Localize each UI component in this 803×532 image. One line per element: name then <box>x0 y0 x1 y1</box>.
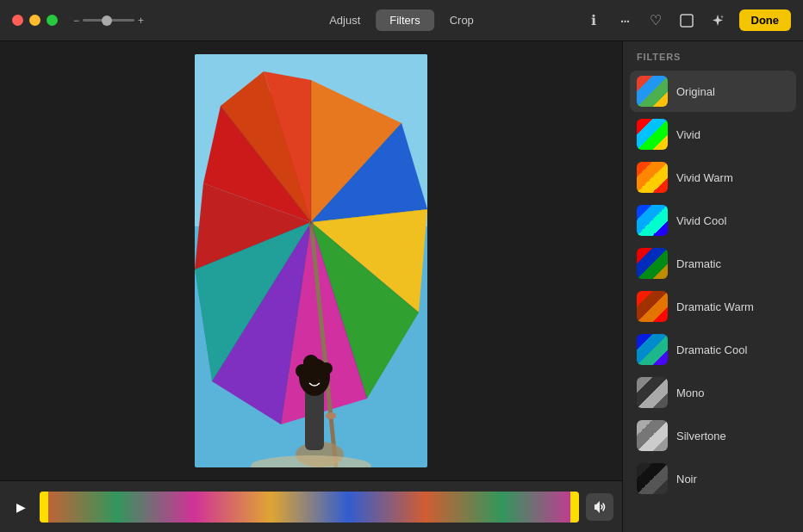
filter-item-vivid-cool[interactable]: Vivid Cool <box>630 200 796 241</box>
maximize-button[interactable] <box>47 15 58 26</box>
magic-button[interactable] <box>708 11 727 30</box>
filter-item-silvertone[interactable]: Silvertone <box>630 415 796 456</box>
filter-name-dramatic-warm: Dramatic Warm <box>676 300 754 313</box>
filters-sidebar: FILTERS Original Vivid Vivid Warm Vivid … <box>622 41 803 532</box>
filter-thumb-original <box>637 76 668 107</box>
photo-frame <box>195 54 427 467</box>
filter-item-noir[interactable]: Noir <box>630 458 796 499</box>
filter-name-silvertone: Silvertone <box>676 430 726 442</box>
filter-thumb-dramatic-cool <box>637 334 668 365</box>
magic-icon <box>710 13 725 28</box>
filter-thumb-vivid <box>637 119 668 150</box>
svg-point-17 <box>321 362 333 374</box>
filter-item-mono[interactable]: Mono <box>630 372 796 413</box>
timeline-handle-right[interactable] <box>570 492 579 523</box>
brightness-max-icon: + <box>138 15 144 27</box>
filter-thumb-dramatic <box>637 248 668 279</box>
filter-item-original[interactable]: Original <box>630 71 796 112</box>
filter-thumb-silvertone <box>637 420 668 451</box>
filter-list: Original Vivid Vivid Warm Vivid Cool Dra… <box>623 71 803 532</box>
photo-viewport <box>0 41 622 480</box>
svg-point-18 <box>303 355 319 370</box>
filter-item-vivid-warm[interactable]: Vivid Warm <box>630 157 796 198</box>
filter-name-dramatic: Dramatic <box>676 257 721 270</box>
brightness-min-icon: − <box>73 15 79 27</box>
more-button[interactable]: ··· <box>615 11 634 30</box>
done-button[interactable]: Done <box>739 9 792 31</box>
filter-thumb-vivid-cool <box>637 205 668 236</box>
filter-item-dramatic-cool[interactable]: Dramatic Cool <box>630 329 796 370</box>
crop-button[interactable]: Crop <box>436 9 488 31</box>
svg-point-19 <box>326 412 336 419</box>
volume-button[interactable] <box>586 493 613 521</box>
adjust-button[interactable]: Adjust <box>315 9 374 31</box>
timeline-handle-left[interactable] <box>40 492 48 523</box>
toolbar-right: ℹ ··· ♡ Done <box>584 9 792 31</box>
info-button[interactable]: ℹ <box>584 11 603 30</box>
filter-name-mono: Mono <box>676 387 705 399</box>
minimize-button[interactable] <box>29 15 40 26</box>
filters-button[interactable]: Filters <box>376 9 433 31</box>
aspect-button[interactable] <box>677 11 696 30</box>
traffic-lights <box>12 15 58 26</box>
titlebar: − + Adjust Filters Crop ℹ ··· ♡ Done <box>0 0 803 41</box>
aspect-icon <box>679 13 694 28</box>
brightness-slider[interactable] <box>83 19 134 22</box>
filter-name-vivid: Vivid <box>676 128 700 141</box>
filter-item-vivid[interactable]: Vivid <box>630 114 796 155</box>
brightness-control: − + <box>73 15 144 27</box>
timeline-frames-fill <box>40 492 579 523</box>
filter-name-noir: Noir <box>676 473 697 486</box>
filter-item-dramatic-warm[interactable]: Dramatic Warm <box>630 286 796 327</box>
main-content: ▶ FILTERS Orig <box>0 41 803 532</box>
filter-thumb-dramatic-warm <box>637 291 668 322</box>
filter-name-original: Original <box>676 85 715 98</box>
filter-name-vivid-cool: Vivid Cool <box>676 214 726 227</box>
play-button[interactable]: ▶ <box>9 495 33 519</box>
filter-item-dramatic[interactable]: Dramatic <box>630 243 796 284</box>
close-button[interactable] <box>12 15 23 26</box>
filter-thumb-noir <box>637 463 668 494</box>
filters-section-title: FILTERS <box>623 52 803 71</box>
toolbar-center: Adjust Filters Crop <box>315 9 488 31</box>
filter-thumb-vivid-warm <box>637 162 668 193</box>
timeline-track[interactable] <box>40 492 579 523</box>
volume-icon <box>592 499 607 515</box>
heart-button[interactable]: ♡ <box>646 11 665 30</box>
timeline-bar: ▶ <box>0 480 622 532</box>
timeline-frames <box>40 492 579 523</box>
brightness-thumb <box>102 15 112 26</box>
filter-thumb-mono <box>637 377 668 408</box>
svg-rect-0 <box>681 15 693 27</box>
photo-area: ▶ <box>0 41 622 532</box>
photo-image <box>195 54 427 467</box>
filter-name-dramatic-cool: Dramatic Cool <box>676 343 747 356</box>
filter-name-vivid-warm: Vivid Warm <box>676 171 733 184</box>
